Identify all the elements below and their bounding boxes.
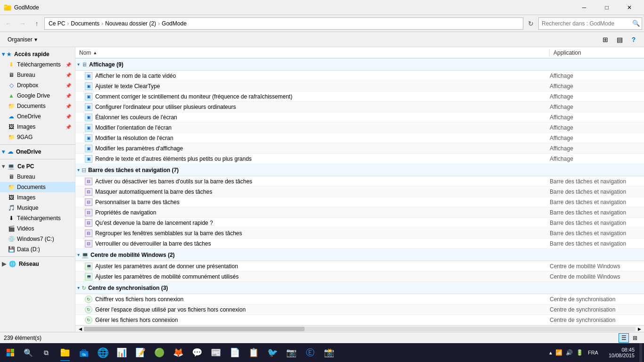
details-view-button[interactable]: ☰ (619, 333, 629, 343)
maximize-button[interactable]: □ (596, 0, 618, 15)
dropbox-icon: ◇ (8, 82, 15, 89)
tray-volume-icon[interactable]: 🔊 (565, 348, 574, 357)
item-row[interactable]: 💻 Ajuster les paramètres de mobilité com… (75, 272, 644, 282)
pinned-office2[interactable]: 📝 (131, 343, 150, 362)
col-name-header[interactable]: Nom ▲ (75, 49, 550, 56)
sidebar-reseau-header[interactable]: ▶ 🌐 Réseau (0, 259, 75, 269)
item-row[interactable]: ↻ Gérer l'espace disque utilisé par vos … (75, 304, 644, 315)
item-row[interactable]: ↻ Gérer les fichiers hors connexion Cent… (75, 315, 644, 325)
minimize-button[interactable]: ─ (573, 0, 595, 15)
item-icon-0-1: ▣ (85, 82, 92, 90)
group-chevron-0: ▾ (77, 62, 80, 67)
item-row[interactable]: ⊟ Verrouiller ou déverrouiller la barre … (75, 239, 644, 249)
item-row[interactable]: ▣ Modifier l'orientation de l'écran Affi… (75, 123, 644, 133)
pinned-store[interactable]: 🛍 (74, 343, 93, 362)
pinned-ie[interactable]: Ⓔ (301, 343, 320, 362)
task-view-button[interactable]: ⧉ (38, 344, 55, 361)
pinned-office3[interactable]: 📰 (206, 343, 225, 362)
organize-button[interactable]: Organiser ▾ (4, 34, 41, 45)
group-header-1[interactable]: ▾ ⊟ Barre des tâches et navigation (7) (75, 164, 644, 176)
item-app-0-5: Affichage (550, 124, 644, 131)
sidebar-item-9gag[interactable]: 📁 9GAG (0, 132, 75, 142)
pinned-twitter[interactable]: 🐦 (263, 343, 282, 362)
sidebar-onedrive-header[interactable]: ▾ ☁ OneDrive (0, 147, 75, 157)
sidebar-item-documents-pc[interactable]: 📁 Documents (0, 182, 75, 192)
item-row[interactable]: ▣ Rendre le texte et d'autres éléments p… (75, 154, 644, 164)
close-button[interactable]: ✕ (619, 0, 640, 15)
item-row[interactable]: ⊟ Activer ou désactiver les barres d'out… (75, 176, 644, 187)
up-button[interactable]: ↑ (30, 17, 43, 30)
sidebar-item-images-quick[interactable]: 🖼 Images 📌 (0, 122, 75, 132)
pinned-acrobat[interactable]: 📄 (225, 343, 244, 362)
tray-network-icon[interactable]: 📶 (555, 348, 563, 357)
sidebar-item-documents-quick[interactable]: 📁 Documents 📌 (0, 101, 75, 111)
pinned-office1[interactable]: 📊 (112, 343, 131, 362)
item-row[interactable]: ▣ Afficher le nom de la carte vidéo Affi… (75, 71, 644, 81)
sidebar-item-videos[interactable]: 🎬 Vidéos (0, 223, 75, 234)
pinned-camera[interactable]: 📸 (320, 343, 339, 362)
item-row[interactable]: ▣ Étalonner les couleurs de l'écran Affi… (75, 112, 644, 123)
large-icons-view-button[interactable]: ⊞ (630, 333, 640, 343)
sidebar-item-images-pc[interactable]: 🖼 Images (0, 192, 75, 203)
view-toggle-button[interactable]: ▤ (613, 33, 626, 46)
item-row[interactable]: ⊟ Qu'est devenue la barre de lancement r… (75, 218, 644, 228)
taskbar-search-button[interactable]: 🔍 (20, 344, 37, 361)
sidebar-item-musique[interactable]: 🎵 Musique (0, 203, 75, 213)
pinned-firefox[interactable]: 🦊 (169, 343, 188, 362)
item-row[interactable]: 💻 Ajuster les paramètres avant de donner… (75, 261, 644, 272)
help-button[interactable]: ? (627, 33, 640, 46)
refresh-button[interactable]: ↻ (524, 17, 537, 30)
item-icon-0-2: ▣ (85, 93, 92, 100)
tray-language[interactable]: FRA (588, 350, 598, 355)
scroll-right-button[interactable]: ▶ (636, 326, 643, 332)
taskbar-clock[interactable]: 08:45 10/08/2015 (605, 347, 638, 358)
sidebar-item-telechargements-pc[interactable]: ⬇ Téléchargements (0, 213, 75, 223)
group-header-2[interactable]: ▾ 💻 Centre de mobilité Windows (2) (75, 249, 644, 261)
sidebar-quickaccess-header[interactable]: ▾ ★ Accès rapide (0, 49, 75, 59)
forward-button[interactable]: → (16, 17, 29, 30)
horizontal-scrollbar[interactable]: ◀ ▶ (75, 325, 644, 332)
item-row[interactable]: ▣ Configurer l'ordinateur pour utiliser … (75, 102, 644, 112)
group-header-3[interactable]: ▾ ↻ Centre de synchronisation (3) (75, 282, 644, 294)
item-row[interactable]: ▣ Ajuster le texte ClearType Affichage (75, 81, 644, 91)
item-row[interactable]: ⊟ Personnaliser la barre des tâches Barr… (75, 197, 644, 207)
sidebar-item-googledrive[interactable]: ▲ Google Drive 📌 (0, 90, 75, 101)
address-path[interactable]: Ce PC › Documents › Nouveau dossier (2) … (44, 17, 523, 30)
sidebar-item-bureau[interactable]: 🖥 Bureau 📌 (0, 70, 75, 80)
scroll-left-button[interactable]: ◀ (76, 326, 84, 332)
item-row[interactable]: ⊟ Regrouper les fenêtres semblables sur … (75, 228, 644, 239)
sidebar-item-data[interactable]: 💾 Data (D:) (0, 244, 75, 255)
back-button[interactable]: ← (2, 17, 15, 30)
item-app-1-0: Barre des tâches et navigation (550, 178, 644, 185)
tray-expand-button[interactable]: ▲ (548, 350, 553, 355)
sidebar-item-bureau-pc[interactable]: 🖥 Bureau (0, 172, 75, 182)
show-desktop-button[interactable] (639, 343, 642, 362)
item-row[interactable]: ▣ Modifier les paramètres d'affichage Af… (75, 143, 644, 154)
item-row[interactable]: ⊟ Propriétés de navigation Barre des tâc… (75, 207, 644, 218)
pinned-edge[interactable]: 🌐 (93, 343, 112, 362)
item-row[interactable]: ▣ Comment corriger le scintillement du m… (75, 91, 644, 102)
search-icon-button[interactable]: 🔍 (630, 18, 642, 29)
pinned-file-explorer[interactable] (56, 343, 74, 362)
col-app-header[interactable]: Application (550, 49, 644, 56)
item-row[interactable]: ▣ Modifier la résolution de l'écran Affi… (75, 133, 644, 143)
search-input[interactable] (539, 20, 630, 27)
tray-battery-icon[interactable]: 🔋 (576, 348, 584, 357)
sidebar-item-onedrive-quick[interactable]: ☁ OneDrive 📌 (0, 111, 75, 122)
start-button[interactable] (2, 344, 19, 361)
pinned-greenshot[interactable]: 📷 (282, 343, 301, 362)
group-header-0[interactable]: ▾ 🖥 Affichage (9) (75, 58, 644, 71)
pinned-office4[interactable]: 📋 (244, 343, 263, 362)
sidebar-item-telechargements[interactable]: ⬇ Téléchargements 📌 (0, 59, 75, 70)
sidebar-item-documents-quick-label: Documents (17, 103, 46, 109)
item-row[interactable]: ⊟ Masquer automatiquement la barre des t… (75, 187, 644, 197)
sidebar-item-dropbox[interactable]: ◇ Dropbox 📌 (0, 80, 75, 90)
item-row[interactable]: ↻ Chiffrer vos fichiers hors connexion C… (75, 294, 644, 304)
sidebar-item-windows7[interactable]: 💿 Windows7 (C:) (0, 234, 75, 244)
svg-rect-3 (7, 349, 10, 353)
sidebar-cepc-header[interactable]: ▾ 💻 Ce PC (0, 161, 75, 172)
pinned-chrome[interactable]: 🟢 (150, 343, 169, 362)
view-options-button[interactable]: ⊞ (599, 33, 612, 46)
pinned-skype[interactable]: 💬 (188, 343, 206, 362)
item-app-0-1: Affichage (550, 83, 644, 90)
